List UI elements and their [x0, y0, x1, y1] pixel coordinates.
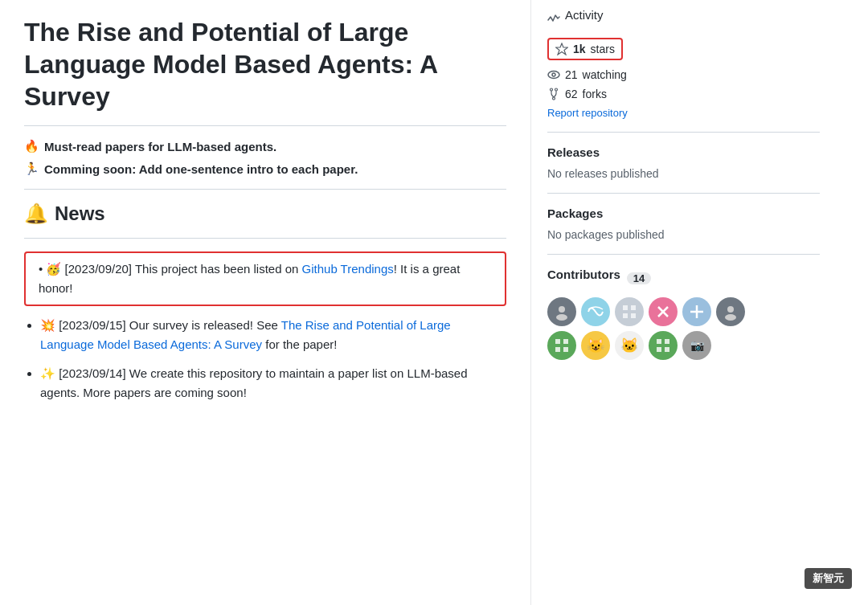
- watching-stat[interactable]: 21 watching: [547, 68, 820, 81]
- news-item-2-before: [2023/09/15] Our survey is released! See: [59, 318, 281, 332]
- forks-count: 62: [565, 88, 578, 100]
- svg-marker-0: [556, 43, 568, 55]
- desc1: 🔥 Must-read papers for LLM-based agents.: [24, 139, 506, 153]
- activity-label: Activity: [565, 8, 604, 22]
- svg-rect-10: [623, 313, 628, 318]
- activity-icon: [547, 13, 560, 26]
- svg-rect-19: [563, 339, 568, 344]
- svg-rect-8: [623, 305, 628, 310]
- contributor-avatar-2[interactable]: [581, 297, 610, 326]
- news-list: 🥳 [2023/09/20] This project has been lis…: [24, 251, 506, 403]
- activity-row: Activity: [547, 8, 820, 30]
- svg-point-16: [727, 306, 734, 313]
- sidebar-divider-1: [547, 132, 820, 133]
- contributor-avatar-6[interactable]: [716, 297, 745, 326]
- svg-rect-23: [665, 339, 669, 344]
- contributor-avatar-3[interactable]: [615, 297, 644, 326]
- sidebar: Activity 1k stars 21 watching 62 forks R…: [530, 0, 836, 605]
- svg-point-7: [556, 314, 567, 321]
- svg-point-1: [548, 72, 559, 79]
- main-content: The Rise and Potential of Large Language…: [0, 0, 530, 605]
- news-item-3: ✨ [2023/09/14] We create this repository…: [40, 364, 506, 403]
- desc1-text: Must-read papers for LLM-based agents.: [44, 140, 276, 153]
- no-packages-text: No packages published: [547, 228, 820, 241]
- sidebar-divider-2: [547, 193, 820, 194]
- news-item-2-emoji: 💥: [40, 318, 55, 332]
- news-item-3-emoji: ✨: [40, 366, 55, 380]
- contributors-count: 14: [627, 272, 651, 284]
- news-item-1-before: [2023/09/20] This project has been liste…: [65, 262, 302, 276]
- divider-2: [24, 189, 506, 190]
- divider-3: [24, 238, 506, 239]
- contributor-avatar-10[interactable]: [649, 331, 678, 360]
- desc1-emoji: 🔥: [24, 139, 39, 153]
- svg-rect-11: [631, 313, 636, 318]
- releases-title: Releases: [547, 145, 820, 159]
- eye-icon: [547, 68, 560, 81]
- news-item-2-after: for the paper!: [262, 337, 337, 351]
- news-item-3-text: [2023/09/14] We create this repository t…: [40, 366, 468, 399]
- contributors-header: Contributors 14: [547, 268, 820, 289]
- svg-point-17: [725, 314, 736, 321]
- releases-section: Releases No releases published: [547, 145, 820, 180]
- watching-label: watching: [583, 68, 627, 81]
- stars-label: stars: [591, 43, 615, 55]
- watermark: 新智元: [805, 568, 852, 589]
- contributor-avatar-7[interactable]: [547, 331, 576, 360]
- desc2-emoji: 🏃: [24, 161, 39, 176]
- watching-count: 21: [565, 68, 578, 81]
- svg-rect-25: [665, 347, 669, 352]
- no-releases-text: No releases published: [547, 167, 820, 180]
- contributor-avatar-1[interactable]: [547, 297, 576, 326]
- svg-rect-22: [657, 339, 661, 344]
- svg-rect-24: [657, 347, 661, 352]
- packages-section: Packages No packages published: [547, 206, 820, 241]
- repo-title: The Rise and Potential of Large Language…: [24, 16, 506, 112]
- contributor-avatar-4[interactable]: [649, 297, 678, 326]
- sidebar-divider-3: [547, 254, 820, 255]
- svg-rect-18: [555, 339, 560, 344]
- divider-1: [24, 125, 506, 126]
- news-heading: 🔔 News: [24, 202, 506, 225]
- forks-label: forks: [583, 88, 607, 100]
- report-repository-link[interactable]: Report repository: [547, 107, 820, 119]
- contributor-grid: 😺 🐱 📷: [547, 297, 820, 360]
- contributor-avatar-5[interactable]: [682, 297, 711, 326]
- desc2-text: Comming soon: Add one-sentence intro to …: [44, 162, 358, 176]
- star-icon: [555, 43, 568, 55]
- stars-count: 1k: [573, 43, 586, 55]
- forks-stat[interactable]: 62 forks: [547, 88, 820, 100]
- svg-rect-20: [555, 347, 560, 352]
- contributor-avatar-9[interactable]: 🐱: [615, 331, 644, 360]
- news-item-2: 💥 [2023/09/15] Our survey is released! S…: [40, 316, 506, 354]
- svg-point-2: [552, 73, 555, 76]
- contributors-title: Contributors: [547, 268, 620, 281]
- svg-point-3: [551, 88, 553, 91]
- contributors-section: Contributors 14: [547, 268, 820, 360]
- news-title: News: [55, 202, 105, 225]
- news-emoji: 🔔: [24, 202, 48, 225]
- svg-point-5: [553, 97, 555, 100]
- contributor-avatar-11[interactable]: 📷: [682, 331, 711, 360]
- desc2: 🏃 Comming soon: Add one-sentence intro t…: [24, 161, 506, 176]
- stars-stat[interactable]: 1k stars: [547, 38, 623, 60]
- packages-title: Packages: [547, 206, 820, 220]
- svg-point-4: [555, 88, 558, 91]
- contributor-avatar-8[interactable]: 😺: [581, 331, 610, 360]
- svg-rect-21: [563, 347, 568, 352]
- svg-rect-9: [631, 305, 636, 310]
- news-item-1: 🥳 [2023/09/20] This project has been lis…: [24, 251, 506, 306]
- news-item-1-emoji: 🥳: [46, 262, 61, 276]
- fork-icon: [547, 88, 560, 100]
- github-trendings-link[interactable]: Github Trendings: [302, 262, 394, 276]
- svg-point-6: [559, 306, 565, 313]
